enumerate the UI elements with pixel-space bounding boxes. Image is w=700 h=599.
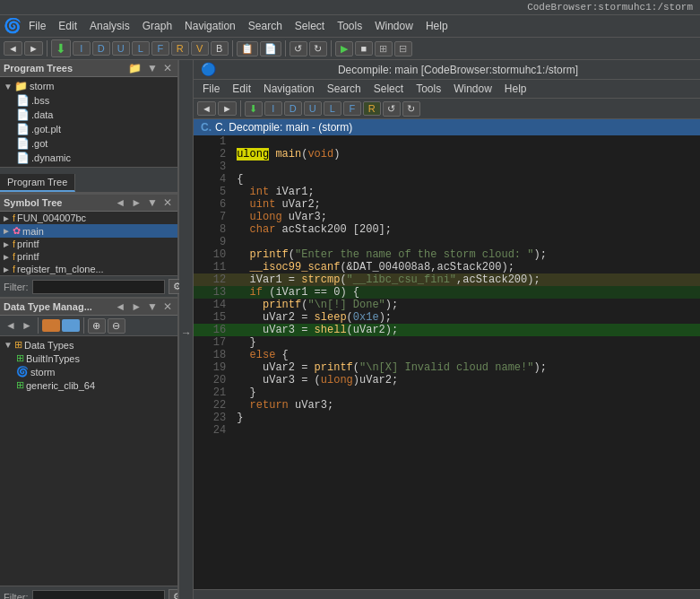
deco-btn-arrow[interactable]: ⬇	[245, 101, 263, 117]
dt-root-item[interactable]: ▼ ⊞ Data Types	[2, 338, 176, 352]
btn-run[interactable]: ▶	[335, 41, 353, 56]
menu-graph[interactable]: Graph	[137, 18, 177, 34]
line-content-7[interactable]: ulong uVar3;	[233, 211, 700, 223]
dt-nav-fwd[interactable]: ►	[129, 300, 143, 313]
deco-btn-U[interactable]: U	[304, 101, 322, 116]
line-content-10[interactable]: printf("Enter the name of the storm clou…	[233, 248, 700, 261]
btn-undo[interactable]: ↺	[290, 41, 307, 56]
btn-B[interactable]: B	[211, 41, 229, 56]
symbol-tree-close[interactable]: ✕	[161, 196, 174, 209]
btn-redo[interactable]: ↻	[309, 41, 327, 56]
menu-help[interactable]: Help	[420, 18, 454, 34]
deco-btn-F[interactable]: F	[343, 101, 361, 116]
line-content-24[interactable]	[233, 424, 700, 437]
tree-scrollbar[interactable]	[0, 167, 177, 174]
line-content-20[interactable]: uVar3 = (ulong)uVar2;	[233, 374, 700, 386]
line-content-13[interactable]: if (iVar1 == 0) {	[233, 286, 700, 299]
dt-item-generic[interactable]: ⊞ generic_clib_64	[2, 378, 176, 392]
line-content-16[interactable]: uVar3 = shell(uVar2);	[233, 324, 700, 336]
line-content-4[interactable]: {	[233, 173, 700, 186]
dt-close[interactable]: ✕	[161, 300, 174, 313]
deco-menu-edit[interactable]: Edit	[227, 81, 256, 97]
menu-window[interactable]: Window	[369, 18, 419, 34]
dt-action1[interactable]: ⊕	[88, 318, 106, 334]
deco-menu-tools[interactable]: Tools	[410, 81, 446, 97]
dt-menu[interactable]: ▼	[145, 300, 160, 313]
deco-btn-redo[interactable]: ↻	[402, 101, 420, 117]
menu-analysis[interactable]: Analysis	[84, 18, 135, 34]
line-content-14[interactable]: printf("\n[!] Done");	[233, 299, 700, 311]
btn-R[interactable]: R	[171, 41, 189, 56]
symbol-item-main[interactable]: ► ✿ main	[0, 224, 177, 238]
line-content-9[interactable]	[233, 236, 700, 248]
dt-nav-back[interactable]: ◄	[113, 300, 127, 313]
btn-stop[interactable]: ■	[355, 41, 373, 56]
line-content-15[interactable]: uVar2 = sleep(0x1e);	[233, 311, 700, 324]
line-content-11[interactable]: __isoc99_scanf(&DAT_004008a8,acStack200)…	[233, 261, 700, 273]
deco-nav-fwd[interactable]: ►	[218, 101, 237, 116]
line-content-19[interactable]: uVar2 = printf("\n[X] Invalid cloud name…	[233, 361, 700, 374]
dt-toolbar-nav-fwd[interactable]: ►	[20, 319, 34, 332]
deco-menu-search[interactable]: Search	[322, 81, 367, 97]
line-content-5[interactable]: int iVar1;	[233, 186, 700, 198]
menu-navigation[interactable]: Navigation	[179, 18, 241, 34]
deco-btn-L[interactable]: L	[324, 101, 341, 116]
line-content-22[interactable]: return uVar3;	[233, 399, 700, 412]
deco-menu-select[interactable]: Select	[368, 81, 409, 97]
tree-item-bss[interactable]: 📄 .bss	[2, 93, 176, 108]
dt-filter-input[interactable]	[32, 590, 165, 600]
btn-I[interactable]: I	[73, 41, 91, 56]
menu-file[interactable]: File	[23, 18, 51, 34]
dt-item-storm[interactable]: 🌀 storm	[2, 365, 176, 378]
line-content-2[interactable]: ulong main(void)	[233, 148, 700, 161]
deco-menu-navigation[interactable]: Navigation	[258, 81, 320, 97]
dt-action2[interactable]: ⊖	[108, 318, 125, 334]
btn-L[interactable]: L	[132, 41, 150, 56]
program-trees-menu-btn[interactable]: ▼	[145, 62, 160, 74]
line-content-8[interactable]: char acStack200 [200];	[233, 223, 700, 236]
deco-btn-R[interactable]: R	[363, 101, 381, 116]
line-content-18[interactable]: else {	[233, 349, 700, 361]
menu-select[interactable]: Select	[290, 18, 330, 34]
symbol-tree-menu[interactable]: ▼	[145, 196, 160, 209]
deco-btn-D[interactable]: D	[284, 101, 302, 116]
btn-copy[interactable]: 📋	[237, 41, 258, 56]
menu-edit[interactable]: Edit	[53, 18, 82, 34]
line-content-6[interactable]: uint uVar2;	[233, 198, 700, 211]
line-content-23[interactable]: }	[233, 412, 700, 424]
btn-extra2[interactable]: ⊟	[394, 41, 412, 56]
btn-D[interactable]: D	[92, 41, 110, 56]
tab-program-tree[interactable]: Program Tree	[0, 174, 75, 192]
dt-color1[interactable]	[42, 319, 60, 332]
line-content-17[interactable]: }	[233, 336, 700, 349]
deco-btn-I[interactable]: I	[264, 101, 282, 116]
btn-F[interactable]: F	[151, 41, 169, 56]
tree-item-got[interactable]: 📄 .got	[2, 136, 176, 151]
nav-fwd-btn[interactable]: ►	[24, 41, 43, 56]
tree-root-item[interactable]: ▼ 📁 storm	[2, 79, 176, 93]
program-trees-close-btn[interactable]: ✕	[161, 62, 174, 74]
deco-btn-undo[interactable]: ↺	[383, 101, 401, 117]
symbol-item-printf1[interactable]: ► f printf	[0, 238, 177, 250]
menu-tools[interactable]: Tools	[332, 18, 367, 34]
btn-paste[interactable]: 📄	[260, 41, 281, 56]
tree-item-data[interactable]: 📄 .data	[2, 108, 176, 122]
dt-item-builtin[interactable]: ⊞ BuiltInTypes	[2, 352, 176, 365]
symbol-tree-nav2[interactable]: ►	[129, 196, 143, 209]
btn-extra1[interactable]: ⊞	[375, 41, 393, 56]
btn-U[interactable]: U	[112, 41, 130, 56]
line-content-12[interactable]: iVar1 = strcmp("__libc_csu_fini",acStack…	[233, 273, 700, 286]
symbol-item-register[interactable]: ► f register_tm_clone...	[0, 263, 177, 275]
tree-item-dynamic[interactable]: 📄 .dynamic	[2, 151, 176, 165]
symbol-item-fun[interactable]: ► f FUN_004007bc	[0, 212, 177, 224]
line-content-1[interactable]	[233, 135, 700, 148]
line-content-21[interactable]: }	[233, 386, 700, 399]
symbol-tree-nav1[interactable]: ◄	[113, 196, 127, 209]
btn-V2[interactable]: V	[191, 41, 209, 56]
deco-menu-help[interactable]: Help	[499, 81, 532, 97]
symbol-item-printf2[interactable]: ► f printf	[0, 250, 177, 263]
line-content-3[interactable]	[233, 161, 700, 173]
dt-toolbar-nav-back[interactable]: ◄	[4, 319, 18, 332]
program-trees-new-btn[interactable]: 📁	[126, 62, 143, 74]
code-area[interactable]: 1 2 ulong main(void) 3 4 {	[194, 135, 700, 589]
